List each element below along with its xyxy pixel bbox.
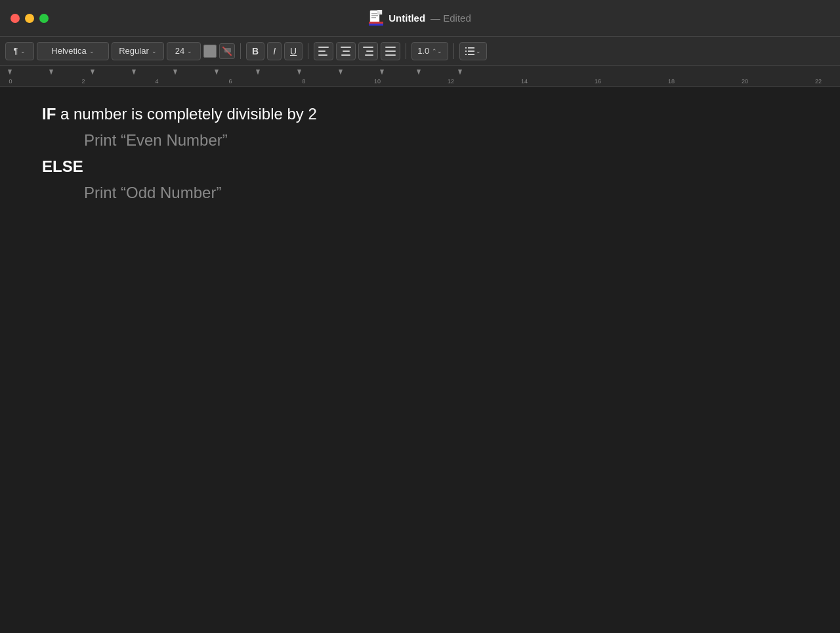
svg-rect-14 <box>468 51 474 52</box>
ruler-mark-10: 10 <box>374 78 381 85</box>
svg-rect-13 <box>465 51 467 52</box>
ruler-mark-6: 6 <box>228 78 232 85</box>
svg-marker-24 <box>297 70 301 75</box>
svg-rect-11 <box>465 47 467 49</box>
bold-label: B <box>252 46 259 56</box>
svg-marker-26 <box>380 70 384 75</box>
ruler-svg: ruler ticks generated below via JS <box>0 66 840 87</box>
align-center-icon <box>341 47 351 56</box>
svg-rect-3 <box>371 15 378 16</box>
svg-marker-28 <box>458 70 462 75</box>
italic-label: I <box>273 46 276 56</box>
close-button[interactable] <box>10 14 20 23</box>
svg-marker-25 <box>339 70 343 75</box>
ruler-mark-2: 2 <box>81 78 85 85</box>
ruler-inner: ruler ticks generated below via JS 0 2 4… <box>0 66 840 86</box>
list-button[interactable]: ⌄ <box>459 42 487 60</box>
document-icon <box>369 10 383 27</box>
list-icon <box>465 47 474 56</box>
font-chevron: ⌄ <box>89 48 94 54</box>
svg-marker-27 <box>417 70 421 75</box>
ruler-mark-20: 20 <box>742 78 748 85</box>
paragraph-chevron: ⌄ <box>20 48 26 54</box>
svg-marker-19 <box>91 70 94 75</box>
line-if: IF a number is completely divisible by 2 <box>42 102 798 126</box>
svg-marker-17 <box>8 70 12 75</box>
svg-rect-12 <box>468 47 474 49</box>
font-name-label: Helvetica <box>51 46 86 56</box>
ruler-mark-14: 14 <box>521 78 528 85</box>
line-print-odd: Print “Odd Number” <box>42 181 798 205</box>
ruler-mark-18: 18 <box>668 78 675 85</box>
ruler-mark-22: 22 <box>815 78 822 85</box>
font-style-label: Regular <box>119 46 149 56</box>
ruler: ruler ticks generated below via JS 0 2 4… <box>0 66 840 87</box>
line-if-rest: a number is completely divisible by 2 <box>56 105 317 123</box>
keyword-if: IF <box>42 105 56 123</box>
svg-marker-22 <box>215 70 219 75</box>
svg-rect-10 <box>224 48 231 52</box>
size-chevron: ⌄ <box>187 48 192 54</box>
svg-rect-7 <box>369 22 383 24</box>
svg-marker-23 <box>256 70 260 75</box>
line-spacing-chevron: ⌃⌄ <box>432 48 442 54</box>
text-color-swatch[interactable] <box>203 45 217 58</box>
svg-rect-2 <box>371 13 378 14</box>
divider-2 <box>308 43 308 59</box>
titlebar: Untitled — Edited <box>0 0 840 37</box>
svg-rect-4 <box>371 17 376 18</box>
font-style-button[interactable]: Regular ⌄ <box>112 42 164 60</box>
ruler-mark-4: 4 <box>155 78 158 85</box>
ruler-mark-8: 8 <box>302 78 305 85</box>
font-size-label: 24 <box>175 46 184 56</box>
bold-button[interactable]: B <box>246 42 264 60</box>
align-justify-button[interactable] <box>381 42 400 60</box>
ruler-mark-0: 0 <box>9 78 12 85</box>
svg-rect-16 <box>468 54 474 55</box>
align-left-icon <box>318 47 329 56</box>
minimize-button[interactable] <box>25 14 34 23</box>
editor-area[interactable]: IF a number is completely divisible by 2… <box>0 87 840 633</box>
line-else: ELSE <box>42 155 798 178</box>
traffic-lights <box>10 14 49 23</box>
document-title: Untitled <box>388 12 425 24</box>
svg-marker-20 <box>132 70 136 75</box>
divider-3 <box>406 43 406 59</box>
line-spacing-button[interactable]: 1.0 ⌃⌄ <box>411 42 448 60</box>
line-spacing-label: 1.0 <box>417 46 429 56</box>
style-chevron: ⌄ <box>152 48 157 54</box>
align-right-button[interactable] <box>358 42 378 60</box>
ruler-mark-16: 16 <box>595 78 601 85</box>
font-name-button[interactable]: Helvetica ⌄ <box>37 42 109 60</box>
color-eraser-button[interactable] <box>219 43 235 59</box>
edited-label: — Edited <box>430 12 471 24</box>
align-left-button[interactable] <box>314 42 333 60</box>
align-center-button[interactable] <box>336 42 356 60</box>
line-print-even: Print “Even Number” <box>42 129 798 152</box>
underline-label: U <box>290 46 297 56</box>
svg-rect-8 <box>369 24 383 26</box>
ruler-mark-12: 12 <box>448 78 454 85</box>
divider-1 <box>240 43 241 59</box>
editor-content[interactable]: IF a number is completely divisible by 2… <box>42 102 798 205</box>
svg-marker-18 <box>49 70 53 75</box>
align-justify-icon <box>385 47 396 56</box>
underline-button[interactable]: U <box>284 42 303 60</box>
svg-rect-15 <box>465 54 467 55</box>
align-right-icon <box>363 47 373 56</box>
paragraph-style-button[interactable]: ¶ ⌄ <box>5 42 34 60</box>
list-chevron: ⌄ <box>476 48 481 54</box>
font-size-button[interactable]: 24 ⌄ <box>167 42 201 60</box>
divider-4 <box>453 43 454 59</box>
paragraph-icon: ¶ <box>14 46 18 56</box>
italic-button[interactable]: I <box>267 42 282 60</box>
titlebar-center: Untitled — Edited <box>369 10 471 27</box>
svg-marker-21 <box>173 70 177 75</box>
toolbar: ¶ ⌄ Helvetica ⌄ Regular ⌄ 24 ⌄ B I U <box>0 37 840 66</box>
maximize-button[interactable] <box>39 14 49 23</box>
